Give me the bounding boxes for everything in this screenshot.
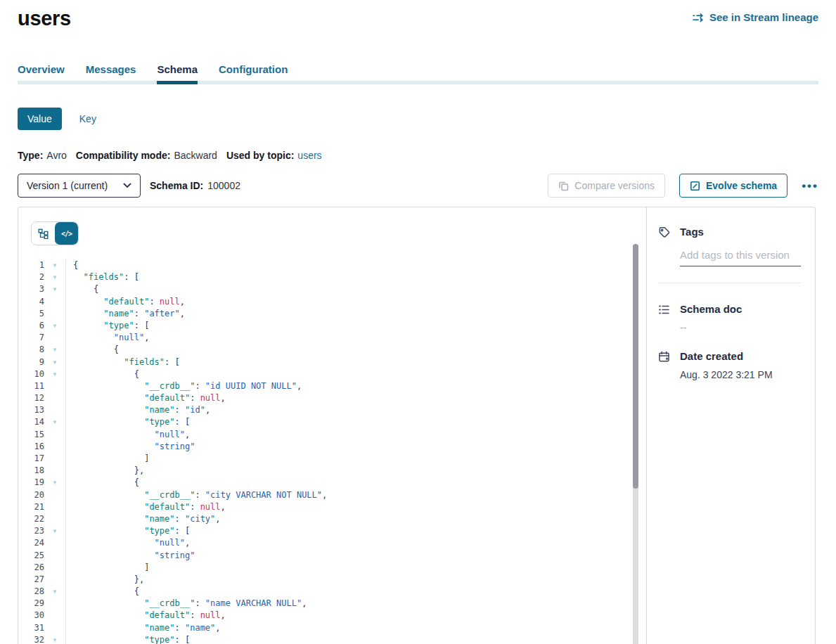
code-text: { (65, 283, 646, 295)
code-line: 27 }, (18, 574, 646, 586)
fold-spacer (44, 429, 65, 441)
tab-configuration[interactable]: Configuration (219, 63, 288, 84)
fold-spacer (44, 465, 65, 477)
fold-spacer (44, 513, 65, 525)
schema-doc-value: -- (680, 322, 801, 333)
fold-spacer (44, 489, 65, 501)
code-area[interactable]: 1▼{2▼ "fields": [3▼ {4 "default": null,5… (18, 259, 646, 644)
tag-input-wrap (680, 249, 801, 266)
tab-bar: OverviewMessagesSchemaConfiguration (0, 63, 836, 84)
fold-toggle-icon[interactable]: ▼ (44, 634, 65, 644)
tags-title: Tags (680, 226, 801, 238)
line-number: 1 (18, 259, 44, 271)
fold-spacer (44, 562, 65, 574)
version-select[interactable]: Version 1 (current) (18, 174, 141, 198)
page-header: users See in Stream lineage (0, 7, 836, 30)
fold-toggle-icon[interactable]: ▼ (44, 586, 65, 598)
fold-toggle-icon[interactable]: ▼ (44, 259, 65, 271)
code-line: 8▼ { (18, 344, 646, 356)
code-line: 3▼ { (18, 283, 646, 295)
tree-view-button[interactable] (32, 222, 55, 245)
fold-toggle-icon[interactable]: ▼ (44, 344, 65, 356)
code-text: "name": "id", (65, 404, 646, 416)
serde-toggle: Value Key (18, 108, 818, 130)
compare-versions-button[interactable]: Compare versions (548, 174, 665, 198)
code-text: "null", (65, 332, 646, 344)
line-number: 19 (18, 477, 44, 489)
code-line: 14▼ "type": [ (18, 416, 646, 428)
schema-editor: </> 1▼{2▼ "fields": [3▼ {4 "default": nu… (18, 207, 646, 644)
tab-messages[interactable]: Messages (86, 63, 136, 84)
code-text: "string" (65, 550, 646, 562)
fold-toggle-icon[interactable]: ▼ (44, 416, 65, 428)
compare-icon (558, 181, 569, 191)
schema-type: Type: Avro (18, 150, 67, 161)
line-number: 30 (18, 610, 44, 622)
code-text: "__crdb__": "name VARCHAR NULL", (65, 598, 646, 610)
line-number: 12 (18, 392, 44, 404)
code-text: { (65, 368, 646, 380)
code-text: "default": null, (65, 610, 646, 622)
compatibility-mode: Compatibility mode: Backward (76, 150, 217, 161)
evolve-schema-button[interactable]: Evolve schema (679, 174, 787, 198)
more-actions-button[interactable]: ••• (802, 180, 818, 192)
editor-view-toggle: </> (31, 221, 79, 245)
fold-toggle-icon[interactable]: ▼ (44, 283, 65, 295)
code-text: "__crdb__": "city VARCHAR NOT NULL", (65, 489, 646, 501)
schema-sidebar: Tags Schema doc -- (646, 207, 815, 644)
tree-view-icon (38, 228, 49, 239)
calendar-icon (658, 351, 670, 363)
code-text: "__crdb__": "id UUID NOT NULL", (65, 380, 646, 392)
code-line: 12 "default": null, (18, 392, 646, 404)
fold-toggle-icon[interactable]: ▼ (44, 271, 65, 283)
stream-lineage-link[interactable]: See in Stream lineage (692, 11, 818, 23)
fold-toggle-icon[interactable]: ▼ (44, 525, 65, 537)
code-line: 25 "string" (18, 550, 646, 562)
line-number: 22 (18, 513, 44, 525)
schema-panel: </> 1▼{2▼ "fields": [3▼ {4 "default": nu… (18, 207, 816, 644)
line-number: 31 (18, 622, 44, 634)
controls-row: Version 1 (current) Schema ID: 100002 Co… (18, 174, 818, 198)
line-number: 8 (18, 344, 44, 356)
fold-spacer (44, 308, 65, 320)
compare-versions-label: Compare versions (574, 180, 655, 191)
date-created-title: Date created (680, 350, 801, 363)
fold-spacer (44, 453, 65, 465)
line-number: 9 (18, 356, 44, 368)
value-toggle-button[interactable]: Value (18, 108, 62, 130)
code-view-button[interactable]: </> (55, 222, 78, 245)
schema-id-label: Schema ID: (150, 180, 203, 191)
date-created-value: Aug. 3 2022 3:21 PM (680, 369, 801, 380)
code-line: 10▼ { (18, 368, 646, 380)
fold-spacer (44, 537, 65, 549)
code-text: "null", (65, 537, 646, 549)
line-number: 25 (18, 550, 44, 562)
tab-schema[interactable]: Schema (157, 63, 198, 84)
fold-toggle-icon[interactable]: ▼ (44, 356, 65, 368)
code-line: 20 "__crdb__": "city VARCHAR NOT NULL", (18, 489, 646, 501)
code-text: "default": null, (65, 392, 646, 404)
key-toggle-link[interactable]: Key (79, 113, 96, 124)
code-text: { (65, 344, 646, 356)
scrollbar-track[interactable] (633, 244, 638, 644)
code-text: { (65, 477, 646, 489)
fold-spacer (44, 622, 65, 634)
code-line: 6▼ "type": [ (18, 320, 646, 332)
code-line: 1▼{ (18, 259, 646, 271)
tags-section: Tags (658, 226, 801, 266)
line-number: 15 (18, 429, 44, 441)
code-line: 32▼ "type": [ (18, 634, 646, 644)
fold-toggle-icon[interactable]: ▼ (44, 477, 65, 489)
line-number: 7 (18, 332, 44, 344)
line-number: 20 (18, 489, 44, 501)
chevron-down-icon (123, 183, 131, 188)
code-line: 23▼ "type": [ (18, 525, 646, 537)
tab-overview[interactable]: Overview (18, 63, 65, 84)
topic-link[interactable]: users (297, 150, 321, 161)
fold-toggle-icon[interactable]: ▼ (44, 320, 65, 332)
tabs: OverviewMessagesSchemaConfiguration (18, 63, 818, 84)
code-text: "name": "city", (65, 513, 646, 525)
add-tags-input[interactable] (680, 249, 801, 266)
fold-toggle-icon[interactable]: ▼ (44, 368, 65, 380)
scrollbar-thumb[interactable] (633, 244, 638, 489)
